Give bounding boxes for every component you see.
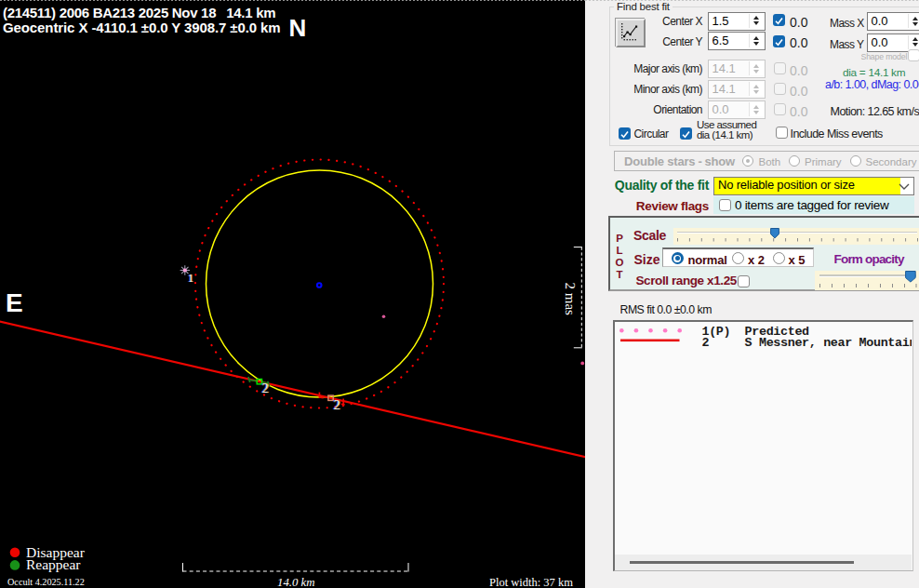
svg-text:14.0 km: 14.0 km: [277, 576, 315, 588]
svg-text:(214511) 2006 BA213 2025 Nov: (214511) 2006 BA213 2025 Nov 18 14.1 km: [3, 5, 275, 20]
svg-text:2 S Messner, near Mountain: 2 S Messner, near Mountain Vie: [702, 335, 912, 349]
svg-text:N: N: [289, 14, 307, 42]
svg-text:1: 1: [188, 272, 193, 285]
svg-text:2 mas: 2 mas: [563, 283, 578, 316]
svg-text:Plot width: 37 km: Plot width: 37 km: [489, 576, 573, 588]
svg-text:Geocentric X ‑4110.1 ±0.0 Y 39: Geocentric X ‑4110.1 ±0.0 Y 3908.7 ±0.0 …: [3, 20, 281, 35]
svg-text:Reappear: Reappear: [26, 556, 81, 572]
svg-text:Occult 4.2025.11.22: Occult 4.2025.11.22: [7, 577, 85, 587]
svg-text:2: 2: [334, 398, 340, 412]
svg-text:2: 2: [261, 381, 268, 395]
svg-text:E: E: [6, 288, 23, 317]
